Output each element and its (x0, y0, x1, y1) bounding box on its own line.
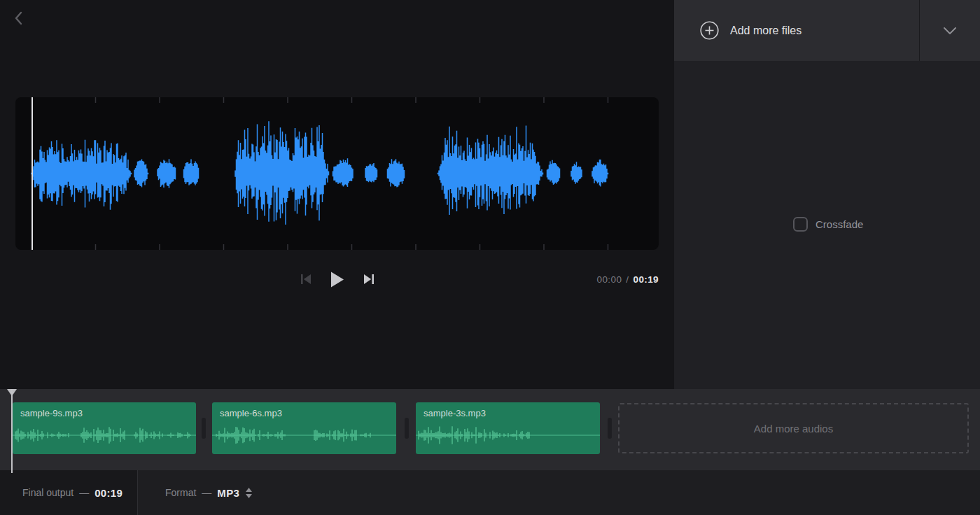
final-output-section: Final output — 00:19 (0, 470, 138, 515)
final-output-label: Final output (22, 487, 74, 498)
chevron-down-icon (943, 27, 957, 35)
total-time: 00:19 (633, 274, 659, 285)
format-value: MP3 (217, 487, 239, 499)
clip-name: sample-6s.mp3 (220, 408, 282, 418)
current-time: 00:00 (597, 274, 622, 285)
crossfade-option[interactable]: Crossfade (793, 217, 863, 232)
timeline-strip: sample-9s.mp3 sample-6s.mp3 sample-3s.mp… (0, 389, 980, 470)
footer-bar: Final output — 00:19 Format — MP3 Export (0, 470, 980, 515)
dash: — (202, 487, 211, 498)
format-label: Format (165, 487, 196, 498)
audio-clip[interactable]: sample-6s.mp3 (212, 402, 396, 454)
clip-name: sample-9s.mp3 (20, 408, 83, 418)
add-more-files-label: Add more files (730, 0, 802, 61)
skip-back-icon (300, 273, 312, 285)
transport-controls: 00:00 / 00:19 (15, 268, 659, 290)
skip-back-button[interactable] (300, 273, 312, 285)
format-select[interactable]: MP3 (217, 487, 252, 499)
audio-clip[interactable]: sample-3s.mp3 (416, 402, 600, 454)
final-output-value: 00:19 (94, 487, 122, 499)
crossfade-checkbox[interactable] (793, 217, 808, 232)
playhead[interactable] (31, 97, 33, 250)
timeline-playhead-line (11, 389, 13, 473)
clip-gap-handle[interactable] (202, 418, 206, 439)
chevron-left-icon (10, 9, 28, 27)
skip-forward-icon (363, 273, 375, 285)
dash: — (79, 487, 89, 498)
back-button[interactable] (10, 9, 28, 27)
time-separator: / (626, 274, 629, 285)
play-button[interactable] (330, 271, 344, 288)
settings-panel: Add more files Crossfade (674, 0, 980, 389)
plus-circle-icon (700, 21, 719, 40)
clip-name: sample-3s.mp3 (424, 408, 486, 418)
format-stepper-icon[interactable] (246, 488, 252, 498)
skip-forward-button[interactable] (363, 273, 375, 285)
crossfade-label: Crossfade (816, 218, 863, 230)
add-more-audios-button[interactable]: Add more audios (618, 403, 969, 453)
waveform-graphic (15, 97, 659, 250)
play-icon (330, 271, 344, 288)
clip-gap-handle[interactable] (405, 418, 409, 439)
waveform-panel[interactable]: 00:01 00:02 00:03 00:04 00:05 00:06 00:0… (15, 97, 659, 250)
format-section: Format — MP3 (165, 470, 252, 515)
time-readout: 00:00 / 00:19 (597, 268, 659, 290)
collapse-panel-button[interactable] (920, 0, 980, 61)
audio-joiner-app: 00:01 00:02 00:03 00:04 00:05 00:06 00:0… (0, 0, 980, 515)
audio-clip[interactable]: sample-9s.mp3 (13, 402, 196, 454)
clip-gap-handle[interactable] (608, 418, 612, 439)
add-more-audios-label: Add more audios (754, 423, 833, 435)
